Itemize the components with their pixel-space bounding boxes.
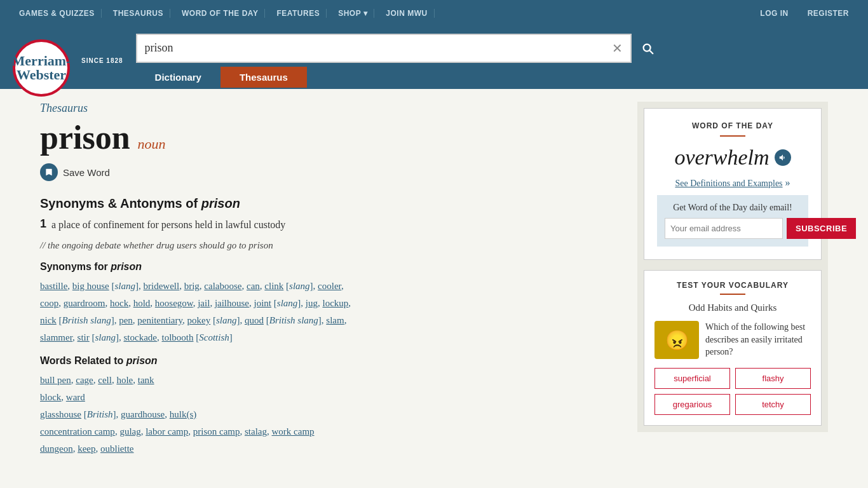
subscribe-button[interactable]: SUBSCRIBE bbox=[787, 218, 856, 239]
rel-labor-camp[interactable]: labor camp bbox=[146, 426, 188, 437]
rel-hole[interactable]: hole bbox=[116, 375, 133, 385]
rel-oubliette[interactable]: oubliette bbox=[100, 444, 134, 454]
since-label: SINCE 1828 bbox=[81, 57, 123, 64]
related-heading-word: prison bbox=[126, 355, 158, 366]
rel-guardhouse[interactable]: guardhouse bbox=[121, 409, 165, 419]
related-line-3: glasshouse [British], guardhouse, hulk(s… bbox=[40, 406, 618, 423]
syn-stir[interactable]: stir bbox=[78, 332, 90, 342]
tab-thesaurus[interactable]: Thesaurus bbox=[220, 67, 307, 88]
rel-glasshouse[interactable]: glasshouse bbox=[40, 409, 81, 419]
syn-jug[interactable]: jug bbox=[306, 298, 318, 308]
email-row: SUBSCRIBE bbox=[665, 218, 801, 239]
rel-work-camp[interactable]: work camp bbox=[272, 426, 315, 437]
syn-coop[interactable]: coop bbox=[40, 298, 58, 308]
syn-cooler[interactable]: cooler bbox=[318, 281, 341, 291]
sense-number: 1 bbox=[40, 217, 46, 231]
syn-quod[interactable]: quod bbox=[245, 315, 264, 325]
synonyms-list: bastille, big house [slang], bridewell, … bbox=[40, 278, 618, 346]
syn-can[interactable]: can bbox=[247, 281, 260, 291]
vocab-choice-gregarious[interactable]: gregarious bbox=[654, 394, 730, 415]
syn-joint[interactable]: joint bbox=[254, 298, 272, 308]
vocab-question-row: 😠 Which of the following best describes … bbox=[654, 321, 811, 359]
rel-concentration-camp[interactable]: concentration camp bbox=[40, 426, 115, 437]
syn-lockup[interactable]: lockup bbox=[322, 298, 348, 308]
rel-tank[interactable]: tank bbox=[138, 375, 154, 385]
syn-slam[interactable]: slam bbox=[326, 315, 344, 325]
search-icon bbox=[641, 41, 654, 55]
search-area: ✕ Dictionary Thesaurus bbox=[136, 34, 855, 88]
search-clear-button[interactable]: ✕ bbox=[604, 41, 630, 56]
syn-penitentiary[interactable]: penitentiary bbox=[137, 315, 182, 325]
search-button[interactable] bbox=[632, 34, 663, 63]
email-section: Get Word of the Day daily email! SUBSCRI… bbox=[657, 195, 808, 247]
syn-hoosegow[interactable]: hoosegow bbox=[155, 298, 193, 308]
nav-games[interactable]: GAMES & QUIZZES bbox=[13, 9, 102, 18]
related-line-5: dungeon, keep, oubliette bbox=[40, 440, 618, 458]
rel-dungeon[interactable]: dungeon bbox=[40, 444, 73, 454]
rel-stalag[interactable]: stalag bbox=[245, 426, 267, 437]
vocab-choice-flashy[interactable]: flashy bbox=[735, 368, 811, 389]
rel-block[interactable]: block bbox=[40, 392, 61, 402]
email-input[interactable] bbox=[665, 218, 783, 239]
rel-bull-pen[interactable]: bull pen bbox=[40, 375, 71, 385]
syn-bastille[interactable]: bastille bbox=[40, 281, 67, 291]
related-list: bull pen, cage, cell, hole, tank block, … bbox=[40, 372, 618, 458]
rel-keep[interactable]: keep bbox=[78, 444, 95, 454]
bookmark-icon[interactable] bbox=[40, 163, 58, 181]
login-link[interactable]: LOG IN bbox=[754, 9, 794, 18]
nav-thesaurus[interactable]: THESAURUS bbox=[107, 9, 170, 18]
wotd-chevron: » bbox=[785, 177, 790, 188]
rel-hulks[interactable]: hulk(s) bbox=[170, 409, 197, 419]
sense-example: // the ongoing debate whether drug users… bbox=[40, 240, 618, 251]
wotd-see-definitions-link[interactable]: See Definitions and Examples bbox=[675, 179, 782, 188]
rel-ward[interactable]: ward bbox=[66, 392, 85, 402]
syn-guardroom[interactable]: guardroom bbox=[64, 298, 105, 308]
wotd-word-row: overwhelm bbox=[657, 146, 808, 170]
syn-clink[interactable]: clink bbox=[264, 281, 283, 291]
search-input[interactable] bbox=[137, 41, 604, 55]
nav-wotd[interactable]: WORD OF THE DAY bbox=[175, 9, 265, 18]
save-word-text[interactable]: Save Word bbox=[63, 167, 110, 178]
rel-cell[interactable]: cell bbox=[98, 375, 112, 385]
syn-pen[interactable]: pen bbox=[119, 315, 133, 325]
syn-brig[interactable]: brig bbox=[184, 281, 200, 291]
wotd-underline bbox=[720, 135, 745, 137]
syn-big-house[interactable]: big house bbox=[72, 281, 109, 291]
audio-button[interactable] bbox=[775, 149, 791, 166]
syn-nick[interactable]: nick bbox=[40, 315, 57, 325]
sense-definition: a place of confinement for persons held … bbox=[51, 217, 285, 233]
rel-gulag[interactable]: gulag bbox=[119, 426, 140, 437]
wotd-word-text: overwhelm bbox=[674, 146, 769, 170]
nav-join[interactable]: JOIN MWU bbox=[379, 9, 434, 18]
syn-pokey[interactable]: pokey bbox=[187, 315, 211, 325]
syn-jailhouse[interactable]: jailhouse bbox=[215, 298, 249, 308]
syn-jail[interactable]: jail bbox=[198, 298, 210, 308]
top-navigation: GAMES & QUIZZES THESAURUS WORD OF THE DA… bbox=[0, 0, 868, 27]
nav-features[interactable]: FEATURES bbox=[270, 9, 327, 18]
content-left: Thesaurus prison noun Save Word Synonyms… bbox=[40, 102, 618, 458]
vocab-choice-tetchy[interactable]: tetchy bbox=[735, 394, 811, 415]
syn-stockade[interactable]: stockade bbox=[124, 332, 157, 342]
syn-tolbooth[interactable]: tolbooth bbox=[161, 332, 193, 342]
vocab-image: 😠 bbox=[654, 321, 699, 359]
rel-cage[interactable]: cage bbox=[76, 375, 93, 385]
vocab-choice-superficial[interactable]: superficial bbox=[654, 368, 730, 389]
nav-shop[interactable]: SHOP ▾ bbox=[332, 9, 374, 18]
search-row: ✕ bbox=[136, 34, 855, 63]
related-line-2: block, ward bbox=[40, 389, 618, 406]
syn-slammer[interactable]: slammer bbox=[40, 332, 72, 342]
search-box: ✕ bbox=[136, 34, 632, 63]
related-line-4: concentration camp, gulag, labor camp, p… bbox=[40, 423, 618, 440]
syn-hock[interactable]: hock bbox=[110, 298, 128, 308]
tab-dictionary[interactable]: Dictionary bbox=[136, 67, 220, 88]
register-link[interactable]: REGISTER bbox=[801, 9, 855, 18]
syn-hold[interactable]: hold bbox=[133, 298, 151, 308]
syn-bridewell[interactable]: bridewell bbox=[144, 281, 180, 291]
section-heading: Synonyms & Antonyms of prison bbox=[40, 196, 618, 211]
sense-row: 1 a place of confinement for persons hel… bbox=[40, 217, 618, 238]
mw-logo[interactable]: Merriam-Webster bbox=[13, 39, 70, 97]
logo-area: Merriam-Webster SINCE 1828 bbox=[13, 32, 123, 89]
logo-bar: Merriam-Webster SINCE 1828 ✕ Dictionary … bbox=[0, 27, 868, 89]
rel-prison-camp[interactable]: prison camp bbox=[193, 426, 240, 437]
syn-calaboose[interactable]: calaboose bbox=[204, 281, 241, 291]
